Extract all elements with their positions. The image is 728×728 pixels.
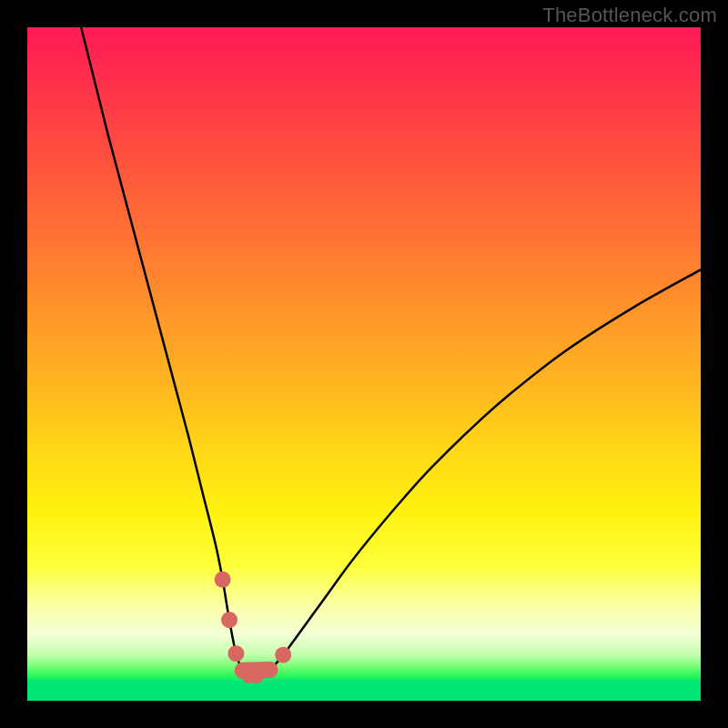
plot-area: [27, 27, 701, 701]
highlight-marker: [275, 647, 291, 663]
curve-svg: [27, 27, 701, 701]
bottleneck-curve: [81, 27, 701, 676]
chart-container: TheBottleneck.com: [0, 0, 728, 728]
highlight-markers-group: [215, 571, 292, 683]
highlight-marker: [261, 662, 278, 678]
highlight-marker: [215, 571, 231, 588]
highlight-marker: [228, 645, 244, 662]
watermark-text: TheBottleneck.com: [542, 4, 717, 27]
highlight-marker: [221, 612, 238, 628]
